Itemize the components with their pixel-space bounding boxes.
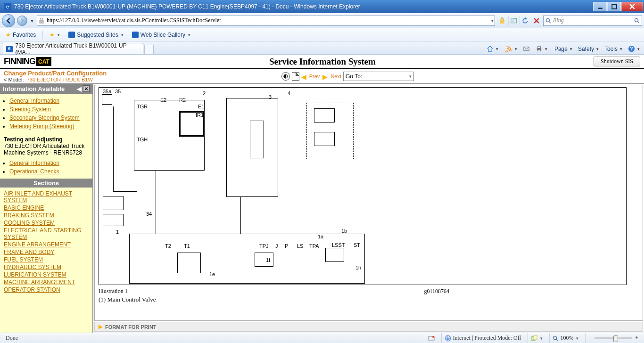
goto-dropdown[interactable]: Go To: ▾ xyxy=(343,72,414,81)
compat-view-icon[interactable] xyxy=(508,16,519,25)
goto-label: Go To: xyxy=(346,73,362,80)
section-link[interactable]: MACHINE ARRANGEMENT xyxy=(4,279,89,286)
section-link[interactable]: FRAME AND BODY xyxy=(4,249,89,255)
close-panel-icon[interactable]: ✕ xyxy=(83,85,90,92)
status-mode-icon[interactable]: ▾ xyxy=(528,333,545,343)
sidebar-subheading: Testing and Adjusting xyxy=(0,133,92,143)
status-zone[interactable]: Internet | Protected Mode: Off xyxy=(441,333,524,343)
section-link[interactable]: BRAKING SYSTEM xyxy=(4,212,89,219)
model-value: 730 EJECTOR TRUCK B1W xyxy=(27,77,93,82)
zoom-track[interactable] xyxy=(594,337,632,339)
section-link[interactable]: HYDRAULIC SYSTEM xyxy=(4,264,89,270)
shutdown-button[interactable]: Shutdown SIS xyxy=(594,57,640,66)
web-slice-label: Web Slice Gallery xyxy=(140,32,185,38)
minimize-button[interactable] xyxy=(593,2,607,11)
next-label[interactable]: Next xyxy=(330,74,341,79)
collapse-icon[interactable]: ◀ xyxy=(77,85,82,92)
format-label: FORMAT FOR PRINT xyxy=(105,324,157,330)
sidebar-scroll[interactable]: General Information Steering System Seco… xyxy=(0,94,92,333)
print-button[interactable]: ▾ xyxy=(533,44,550,53)
sidebar-item: Steering System xyxy=(9,106,92,113)
globe-icon[interactable]: ◐ xyxy=(281,72,290,81)
svg-point-25 xyxy=(553,336,557,339)
magnifier-icon xyxy=(553,335,558,341)
format-for-print[interactable]: ▶ FORMAT FOR PRINT xyxy=(94,322,643,332)
back-button[interactable] xyxy=(2,14,15,27)
ie-icon xyxy=(68,32,75,38)
page-menu[interactable]: Page▾ xyxy=(552,45,575,53)
tools-menu[interactable]: Tools▾ xyxy=(602,45,625,53)
zoom-out-icon[interactable]: − xyxy=(588,335,592,342)
zoom-control[interactable]: 100% ▾ xyxy=(549,333,581,343)
svg-line-13 xyxy=(638,22,639,23)
svg-point-12 xyxy=(635,18,638,22)
section-link[interactable]: ENGINE ARRANGEMENT xyxy=(4,241,89,248)
svg-rect-7 xyxy=(511,18,514,23)
section-link[interactable]: LUBRICATION SYSTEM xyxy=(4,271,89,278)
new-tab-button[interactable] xyxy=(144,45,154,54)
refresh-button[interactable] xyxy=(520,16,530,25)
security-report-icon[interactable] xyxy=(497,16,507,25)
favorites-add-button[interactable]: ★▾ xyxy=(47,31,63,39)
diagram-label: 4 xyxy=(288,90,290,96)
svg-rect-16 xyxy=(538,47,541,49)
section-link[interactable]: COOLING SYSTEM xyxy=(4,220,89,226)
diagram-label: 1 xyxy=(116,229,119,235)
stop-button[interactable] xyxy=(531,16,541,25)
caption: (1) Main Control Valve xyxy=(95,296,643,305)
home-button[interactable]: ▾ xyxy=(484,44,501,53)
schematic-diagram: 35a 35 2 3 4 TGR E2 R2 E1 IR1 TGH 34 1 T… xyxy=(99,87,627,285)
diagram-label: 35 xyxy=(115,89,121,94)
sidebar-item: Secondary Steering System xyxy=(9,114,92,121)
zoom-in-icon[interactable]: + xyxy=(635,335,638,342)
feeds-button[interactable]: ▾ xyxy=(503,44,520,53)
ie-icon xyxy=(6,46,13,52)
content-scroll[interactable]: 35a 35 2 3 4 TGR E2 R2 E1 IR1 TGH 34 1 T… xyxy=(94,85,643,321)
section-link[interactable]: FUEL SYSTEM xyxy=(4,256,89,263)
address-input[interactable] xyxy=(47,17,488,24)
read-mail-button[interactable] xyxy=(520,44,532,53)
diagram-label: 1b xyxy=(341,228,347,234)
history-dropdown[interactable]: ▾ xyxy=(29,15,35,27)
safety-menu[interactable]: Safety▾ xyxy=(576,45,601,53)
sidebar-item: General Information xyxy=(9,160,92,166)
section-link[interactable]: OPERATOR STATION xyxy=(4,286,89,293)
sidebar-subtext: 730 EJECTOR Articulated Truck Machine Sy… xyxy=(0,143,92,156)
svg-text:?: ? xyxy=(630,46,633,51)
tab-title: 730 Ejector Articulated Truck B1W00001-U… xyxy=(16,42,139,56)
forward-button[interactable] xyxy=(17,16,27,26)
web-slice-link[interactable]: Web Slice Gallery ▾ xyxy=(129,31,193,39)
model-back-icon[interactable]: < xyxy=(4,77,7,82)
prev-icon[interactable]: ◀ xyxy=(301,74,306,79)
prev-label[interactable]: Prev xyxy=(309,74,320,79)
next-icon[interactable]: ▶ xyxy=(322,74,328,79)
diagram-label: 2 xyxy=(203,90,206,96)
chevron-right-icon: ▶ xyxy=(99,324,102,330)
star-add-icon: ★ xyxy=(50,32,55,38)
search-input[interactable] xyxy=(553,17,632,24)
section-link[interactable]: AIR INLET AND EXHAUST SYSTEM xyxy=(4,190,89,204)
section-link[interactable]: ELECTRICAL AND STARTING SYSTEM xyxy=(4,227,89,240)
search-go-icon[interactable] xyxy=(634,18,640,24)
lock-icon xyxy=(38,17,45,24)
sidebar: Information Available ◀ ✕ General Inform… xyxy=(0,84,93,333)
help-menu[interactable]: ?▾ xyxy=(626,44,642,53)
search-provider-icon[interactable] xyxy=(545,18,551,24)
tab-row: 730 Ejector Articulated Truck B1W00001-U… xyxy=(0,41,644,55)
section-link[interactable]: BASIC ENGINE xyxy=(4,204,89,211)
window-titlebar: 730 Ejector Articulated Truck B1W00001-U… xyxy=(0,0,644,13)
status-popup-icon[interactable] xyxy=(425,333,438,343)
svg-line-26 xyxy=(556,339,558,341)
separator xyxy=(42,31,43,39)
suggested-sites-link[interactable]: Suggested Sites ▾ xyxy=(66,31,126,39)
change-config-link[interactable]: Change Product/Part Configuration xyxy=(4,70,107,77)
maximize-button[interactable] xyxy=(607,2,621,11)
close-button[interactable] xyxy=(621,2,643,11)
zoom-slider[interactable]: − + xyxy=(585,333,641,343)
document-icon[interactable] xyxy=(292,72,299,81)
favorites-button[interactable]: ★ Favorites xyxy=(3,31,39,39)
logo-cat-badge: CAT xyxy=(36,57,51,66)
tab-active[interactable]: 730 Ejector Articulated Truck B1W00001-U… xyxy=(2,43,143,54)
address-dropdown[interactable]: ▾ xyxy=(491,18,494,23)
diagram-label: 34 xyxy=(146,211,152,217)
